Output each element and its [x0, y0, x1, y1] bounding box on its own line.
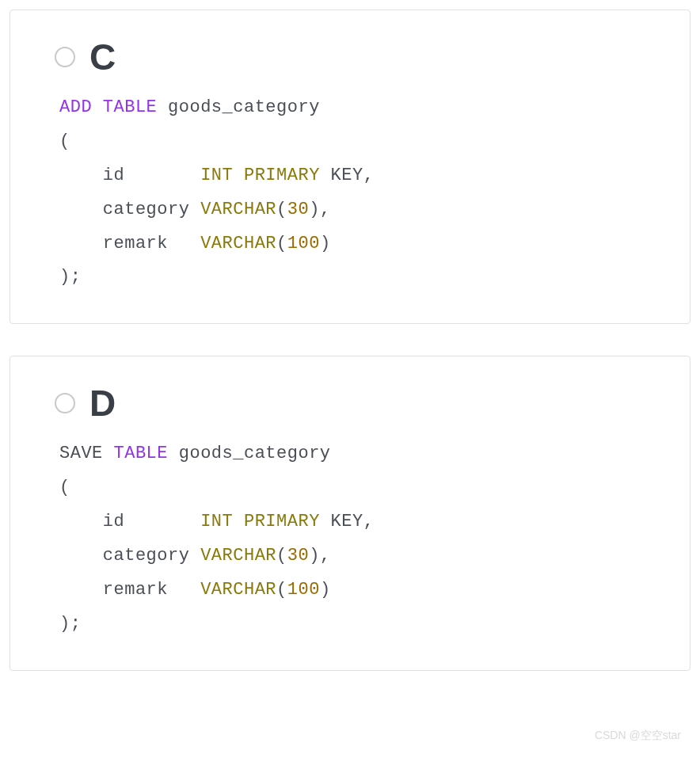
kw-add: ADD: [59, 97, 92, 117]
paren: (: [59, 478, 70, 497]
paren: ): [309, 546, 320, 566]
comma: ,: [363, 166, 375, 185]
option-d-header: D: [55, 385, 658, 421]
kw-int: INT: [200, 512, 233, 531]
num-30: 30: [287, 546, 309, 566]
paren: ): [320, 580, 331, 600]
col-id: id: [59, 512, 200, 531]
radio-circle-icon[interactable]: [55, 47, 75, 67]
kw-varchar: VARCHAR: [200, 234, 276, 253]
col-category: category: [59, 200, 200, 219]
kw-primary: PRIMARY: [244, 166, 320, 185]
option-d-code: SAVE TABLE goods_category ( id INT PRIMA…: [59, 437, 658, 641]
kw-int: INT: [200, 166, 233, 185]
paren: (: [276, 546, 287, 566]
option-d-letter: D: [89, 385, 116, 421]
kw-table: TABLE: [114, 444, 169, 463]
kw-table: TABLE: [103, 97, 158, 117]
paren: (: [276, 234, 287, 253]
kw-varchar: VARCHAR: [200, 580, 276, 600]
ident: goods_category: [168, 444, 331, 463]
comma: ,: [363, 512, 375, 531]
col-category: category: [59, 546, 200, 566]
option-d-card[interactable]: D SAVE TABLE goods_category ( id INT PRI…: [10, 356, 690, 670]
kw-varchar: VARCHAR: [200, 200, 276, 219]
paren: (: [59, 131, 70, 151]
kw-key: KEY: [320, 512, 363, 531]
col-remark: remark: [59, 580, 200, 600]
num-100: 100: [287, 234, 320, 253]
radio-circle-icon[interactable]: [55, 393, 75, 413]
col-remark: remark: [59, 234, 200, 253]
paren: (: [276, 580, 287, 600]
close: );: [59, 267, 81, 287]
kw-varchar: VARCHAR: [200, 546, 276, 566]
paren: (: [276, 200, 287, 219]
kw-key: KEY: [320, 166, 363, 185]
comma: ,: [320, 546, 331, 566]
kw-save: SAVE: [59, 444, 114, 463]
kw-primary: PRIMARY: [244, 512, 320, 531]
paren: ): [309, 200, 320, 219]
option-c-header: C: [55, 39, 658, 75]
num-100: 100: [287, 580, 320, 600]
comma: ,: [320, 200, 331, 219]
option-c-card[interactable]: C ADD TABLE goods_category ( id INT PRIM…: [10, 10, 690, 324]
close: );: [59, 614, 81, 634]
num-30: 30: [287, 200, 309, 219]
option-c-letter: C: [89, 39, 116, 75]
paren: ): [320, 234, 331, 253]
ident: goods_category: [157, 97, 320, 117]
col-id: id: [59, 166, 200, 185]
option-c-code: ADD TABLE goods_category ( id INT PRIMAR…: [59, 91, 658, 295]
